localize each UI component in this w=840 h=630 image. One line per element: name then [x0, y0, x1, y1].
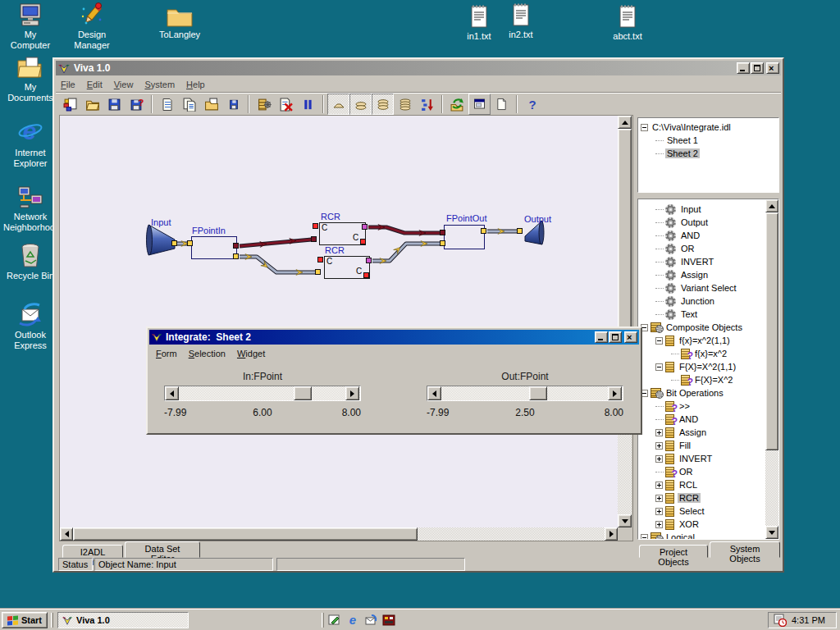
desktop-icon-outlook-express[interactable]: Outlook Express — [3, 302, 57, 351]
tree-item[interactable]: Variant Select — [638, 281, 765, 294]
tree-item[interactable]: AND — [638, 413, 765, 426]
layer-1-button[interactable] — [327, 94, 349, 115]
minimize-button[interactable] — [737, 62, 750, 74]
tree-vscrollbar[interactable] — [765, 199, 778, 539]
window-view-button[interactable] — [468, 94, 491, 115]
tree-expander[interactable] — [655, 455, 663, 463]
tree-item[interactable]: INVERT — [638, 452, 765, 465]
scroll-up-button[interactable] — [765, 199, 778, 212]
scroll-right-button[interactable] — [605, 527, 618, 541]
diagram-canvas[interactable]: Input FPointIn RCR C C RCR C C FPointOut — [60, 116, 618, 527]
save-as-button[interactable]: ? — [126, 94, 148, 115]
layer-4-button[interactable] — [394, 94, 416, 115]
tree-expander[interactable] — [655, 429, 663, 436]
layer-2-button[interactable] — [349, 94, 372, 115]
open-sheet-button[interactable] — [200, 94, 222, 115]
tree-expander[interactable] — [655, 363, 663, 371]
tree-item[interactable]: Fill — [638, 439, 765, 452]
new-design-button[interactable] — [59, 94, 81, 115]
maximize-button[interactable] — [751, 62, 764, 74]
slider-right-button[interactable] — [608, 386, 622, 400]
fpointout-node[interactable] — [444, 225, 485, 249]
outlook-express-icon[interactable] — [364, 614, 377, 627]
tree-item[interactable]: Bit Operations — [638, 386, 765, 399]
slider-thumb[interactable] — [294, 386, 312, 400]
fpointin-out-port-bottom[interactable] — [233, 253, 239, 259]
slider-thumb[interactable] — [529, 386, 547, 400]
slider-in-fpoint[interactable] — [164, 386, 361, 401]
tree-item[interactable]: Input — [638, 203, 765, 216]
tree-item-root[interactable]: C:\Viva\Integrate.idl — [638, 121, 778, 134]
help-button[interactable]: ? — [521, 94, 543, 115]
remove-sheet-button[interactable] — [275, 94, 297, 115]
menu-file[interactable]: File — [61, 80, 75, 89]
desktop-icon-my-computer[interactable]: My Computer — [3, 2, 57, 51]
fpointin-node[interactable] — [191, 236, 237, 259]
taskbar-task-viva[interactable]: Viva 1.0 — [57, 612, 189, 628]
tree-item[interactable]: f{x}=x^2(1,1) — [638, 334, 765, 347]
tree-item[interactable]: Assign — [638, 426, 765, 439]
tree-expander[interactable] — [655, 521, 663, 528]
tree-item[interactable]: OR — [638, 242, 765, 255]
tree-item[interactable]: Output — [638, 216, 765, 229]
tree-item[interactable]: INVERT — [638, 255, 765, 268]
main-title-bar[interactable]: Viva 1.0 × — [56, 61, 781, 75]
rcr1-in-port[interactable] — [311, 236, 317, 242]
maximize-button[interactable] — [609, 331, 622, 343]
close-button[interactable]: × — [624, 331, 637, 343]
desktop-icon-network-neighborhood[interactable]: Network Neighborhood — [3, 184, 57, 233]
tree-expander[interactable] — [641, 124, 648, 131]
tab-i2adl-editor[interactable]: I2ADL Editor — [62, 545, 123, 558]
menu-widget[interactable]: Widget — [237, 349, 265, 358]
tab-project-objects[interactable]: Project Objects — [639, 545, 708, 558]
fpointin-out-port-top[interactable] — [233, 243, 239, 249]
rcr1-out-port[interactable] — [362, 224, 368, 230]
tree-expander[interactable] — [655, 337, 663, 345]
tree-expander[interactable] — [655, 508, 663, 515]
scroll-down-button[interactable] — [618, 514, 632, 527]
fpointin-in-port[interactable] — [187, 240, 193, 246]
open-button[interactable] — [81, 94, 103, 115]
hscroll-thumb[interactable] — [73, 527, 418, 541]
tree-item[interactable]: Junction — [638, 294, 765, 308]
show-desktop-icon[interactable] — [328, 614, 341, 627]
menu-edit[interactable]: Edit — [87, 80, 103, 89]
rcr1-clock-port[interactable] — [313, 223, 318, 229]
tree-expander[interactable] — [655, 442, 663, 450]
tree-item[interactable]: Select — [638, 504, 765, 518]
tree-item[interactable]: OR — [638, 465, 765, 478]
tree-expander[interactable] — [655, 495, 663, 502]
tree-item[interactable]: Composite Objects — [638, 321, 765, 334]
tree-item[interactable]: F{X}=X^2(1,1) — [638, 360, 765, 373]
menu-form[interactable]: Form — [156, 349, 177, 358]
minimize-button[interactable] — [595, 331, 608, 343]
start-button[interactable]: Start — [2, 612, 48, 628]
save-sheet-button[interactable] — [222, 94, 244, 115]
slider-left-button[interactable] — [165, 386, 179, 400]
tree-item[interactable]: Text — [638, 308, 765, 321]
internet-explorer-icon[interactable]: e — [346, 614, 359, 627]
tab-data-set-editor[interactable]: Data Set Editor — [125, 541, 200, 558]
menu-view[interactable]: View — [114, 80, 134, 89]
integrate-title-bar[interactable]: Integrate: Sheet 2 × — [149, 330, 639, 345]
slider-left-button[interactable] — [427, 386, 441, 400]
tree-item-sheet1[interactable]: Sheet 1 — [638, 134, 778, 147]
scroll-down-button[interactable] — [765, 526, 778, 539]
scroll-up-button[interactable] — [618, 116, 632, 129]
close-button[interactable]: × — [766, 62, 779, 74]
slider-out-fpoint[interactable] — [427, 386, 623, 401]
tree-expander[interactable] — [655, 482, 663, 489]
pause-button[interactable] — [297, 94, 319, 115]
tree-item[interactable]: XOR — [638, 518, 765, 531]
refresh-button[interactable] — [446, 94, 468, 115]
input-out-port[interactable] — [171, 240, 177, 246]
desktop-icon-in2-txt[interactable]: in2.txt — [494, 2, 548, 40]
tree-item-sheet2[interactable]: Sheet 2 — [638, 147, 778, 160]
tab-system-objects[interactable]: System Objects — [710, 541, 780, 558]
tree-item-rcr[interactable]: RCR — [638, 491, 765, 504]
desktop-icon-internet-explorer[interactable]: e Internet Explorer — [3, 118, 57, 169]
tree-item[interactable]: >> — [638, 399, 765, 413]
desktop-icon-my-documents[interactable]: My Documents — [3, 56, 57, 103]
fpointout-in-port-top[interactable] — [440, 230, 445, 235]
build-button[interactable] — [253, 94, 275, 115]
